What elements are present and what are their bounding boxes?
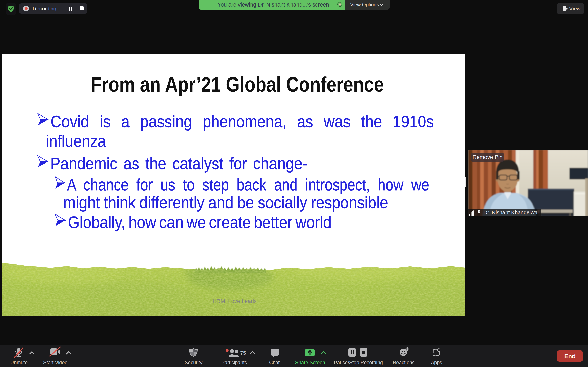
svg-text:75: 75: [240, 350, 246, 356]
